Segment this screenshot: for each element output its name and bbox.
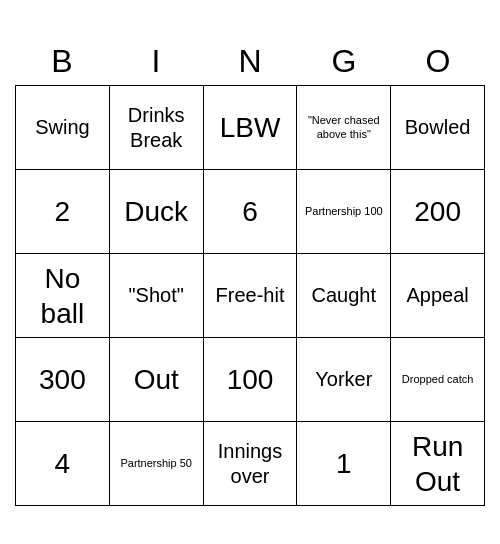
bingo-cell-3: "Never chased above this" xyxy=(297,86,391,170)
bingo-cell-19: Dropped catch xyxy=(391,338,485,422)
header-letter-G: G xyxy=(297,38,391,85)
bingo-cell-7: 6 xyxy=(204,170,298,254)
bingo-cell-8: Partnership 100 xyxy=(297,170,391,254)
bingo-card: BINGO SwingDrinks BreakLBW"Never chased … xyxy=(15,38,485,506)
bingo-cell-21: Partnership 50 xyxy=(110,422,204,506)
bingo-cell-4: Bowled xyxy=(391,86,485,170)
bingo-cell-16: Out xyxy=(110,338,204,422)
header-letter-I: I xyxy=(109,38,203,85)
bingo-cell-2: LBW xyxy=(204,86,298,170)
bingo-cell-12: Free-hit xyxy=(204,254,298,338)
bingo-cell-14: Appeal xyxy=(391,254,485,338)
bingo-cell-24: Run Out xyxy=(391,422,485,506)
header-letter-B: B xyxy=(15,38,109,85)
bingo-grid: SwingDrinks BreakLBW"Never chased above … xyxy=(15,85,485,506)
bingo-cell-18: Yorker xyxy=(297,338,391,422)
bingo-cell-15: 300 xyxy=(16,338,110,422)
bingo-cell-6: Duck xyxy=(110,170,204,254)
header-letter-N: N xyxy=(203,38,297,85)
bingo-cell-22: Innings over xyxy=(204,422,298,506)
bingo-cell-1: Drinks Break xyxy=(110,86,204,170)
bingo-cell-17: 100 xyxy=(204,338,298,422)
bingo-cell-23: 1 xyxy=(297,422,391,506)
bingo-header: BINGO xyxy=(15,38,485,85)
bingo-cell-0: Swing xyxy=(16,86,110,170)
bingo-cell-11: "Shot" xyxy=(110,254,204,338)
bingo-cell-10: No ball xyxy=(16,254,110,338)
bingo-cell-13: Caught xyxy=(297,254,391,338)
bingo-cell-9: 200 xyxy=(391,170,485,254)
bingo-cell-20: 4 xyxy=(16,422,110,506)
header-letter-O: O xyxy=(391,38,485,85)
bingo-cell-5: 2 xyxy=(16,170,110,254)
